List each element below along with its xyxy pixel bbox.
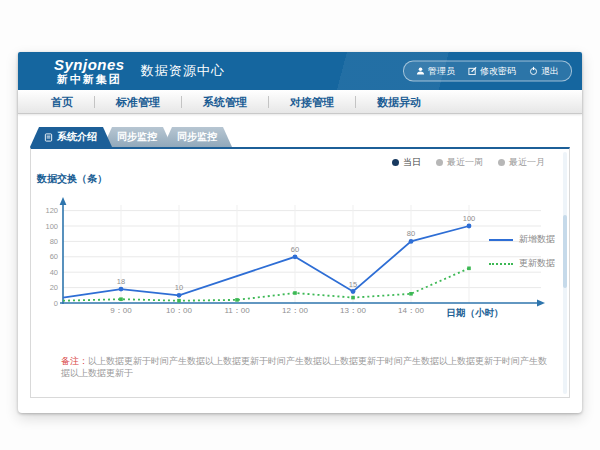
tab-strip: 系统介绍 同步监控 同步监控 [30,127,223,147]
data-point-label: 60 [291,245,299,254]
y-tick-label: 80 [50,237,58,246]
filter-label: 当日 [403,156,421,169]
chart-legend: 新增数据 更新数据 [489,233,555,270]
y-tick-label: 40 [50,268,58,277]
data-point[interactable] [119,297,123,301]
user-toolbar: 管理员 修改密码 退出 [403,61,572,82]
data-point-label: 10 [175,283,183,292]
y-axis-arrow-icon [60,197,67,205]
current-user-label: 管理员 [428,65,455,78]
tab-sync-monitor-2[interactable]: 同步监控 [163,127,232,147]
range-filters: 当日 最近一周 最近一月 [392,156,545,169]
data-point[interactable] [293,254,298,259]
nav-item-interface-mgmt[interactable]: 对接管理 [269,96,356,108]
x-tick-label: 9：00 [110,306,132,315]
x-tick-label: 13：00 [340,306,366,315]
data-point[interactable] [177,299,181,303]
x-tick-label: 11：00 [224,306,250,315]
footnote-prefix: 备注： [61,356,88,366]
data-point-label: 15 [349,280,357,289]
filter-label: 最近一月 [509,156,545,169]
data-point[interactable] [467,267,471,271]
x-tick-label: 12：00 [282,306,308,315]
data-point[interactable] [351,296,355,300]
radio-dot-icon [436,159,443,166]
tab-sync-monitor-1[interactable]: 同步监控 [103,127,172,147]
data-point[interactable] [409,239,414,244]
x-tick-label: 10：00 [166,306,192,315]
data-point-label: 100 [463,214,476,223]
app-header: Synjones 新中新集团 数据资源中心 管理员 修改密码 退出 [18,52,582,90]
app-window: Synjones 新中新集团 数据资源中心 管理员 修改密码 退出 [18,52,582,413]
footnote-text: 以上数据更新于时间产生数据以上数据更新于时间产生数据以上数据更新于时间产生数据以… [61,356,547,378]
doc-icon [44,133,53,142]
change-password-label: 修改密码 [480,65,516,78]
x-tick-label: 14：00 [398,306,424,315]
scrollbar-thumb[interactable] [563,215,567,288]
x-axis-arrow-icon [537,300,545,307]
y-tick-label: 20 [50,283,58,292]
line-chart: 0204060801001209：0010：0011：0012：0013：001… [31,195,551,325]
legend-item-update-data[interactable]: 更新数据 [489,257,555,270]
nav-item-standard-mgmt[interactable]: 标准管理 [95,96,182,108]
legend-line-solid-icon [489,239,513,241]
app-title: 数据资源中心 [141,62,225,80]
data-point[interactable] [409,292,413,296]
y-tick-label: 0 [54,299,58,308]
filter-label: 最近一周 [447,156,483,169]
page: Synjones 新中新集团 数据资源中心 管理员 修改密码 退出 [0,0,600,450]
data-point[interactable] [119,287,124,292]
filter-last-week[interactable]: 最近一周 [436,156,483,169]
logout-button[interactable]: 退出 [529,65,559,78]
nav-item-data-change[interactable]: 数据异动 [356,96,442,108]
company-logo: Synjones 新中新集团 [54,57,125,85]
tab-label: 系统介绍 [57,130,97,144]
data-point[interactable] [293,291,297,295]
tab-label: 同步监控 [117,130,157,144]
legend-label: 新增数据 [519,233,555,246]
logo-text-cn: 新中新集团 [54,74,125,85]
change-password-button[interactable]: 修改密码 [468,65,516,78]
chart-panel: 当日 最近一周 最近一月 数据交换（条） 0204060801001209：00… [30,147,570,398]
filter-last-month[interactable]: 最近一月 [498,156,545,169]
main-nav: 首页 标准管理 系统管理 对接管理 数据异动 [18,90,582,114]
tab-system-intro[interactable]: 系统介绍 [30,127,112,147]
footnote: 备注：以上数据更新于时间产生数据以上数据更新于时间产生数据以上数据更新于时间产生… [61,355,547,379]
data-point[interactable] [351,289,356,294]
y-tick-label: 100 [45,222,58,231]
logout-label: 退出 [541,65,559,78]
current-user-button[interactable]: 管理员 [416,65,455,78]
user-icon [416,67,425,76]
data-point[interactable] [467,224,472,229]
nav-item-home[interactable]: 首页 [30,96,95,108]
legend-item-new-data[interactable]: 新增数据 [489,233,555,246]
radio-dot-icon [498,159,505,166]
y-axis-title: 数据交换（条） [37,172,107,186]
y-tick-label: 60 [50,252,58,261]
data-point[interactable] [177,293,182,298]
logo-text-en: Synjones [54,57,125,72]
filter-today[interactable]: 当日 [392,156,421,169]
radio-dot-icon [392,159,399,166]
data-point-label: 80 [407,229,415,238]
nav-item-system-mgmt[interactable]: 系统管理 [182,96,269,108]
data-point[interactable] [235,298,239,302]
legend-line-dotted-icon [489,263,513,265]
tab-label: 同步监控 [177,130,217,144]
legend-label: 更新数据 [519,257,555,270]
edit-icon [468,67,477,76]
x-axis-title: 日期（小时） [447,307,504,319]
panel-scrollbar[interactable] [563,152,567,394]
data-point-label: 18 [117,277,125,286]
power-icon [529,67,538,76]
y-tick-label: 120 [45,206,58,215]
